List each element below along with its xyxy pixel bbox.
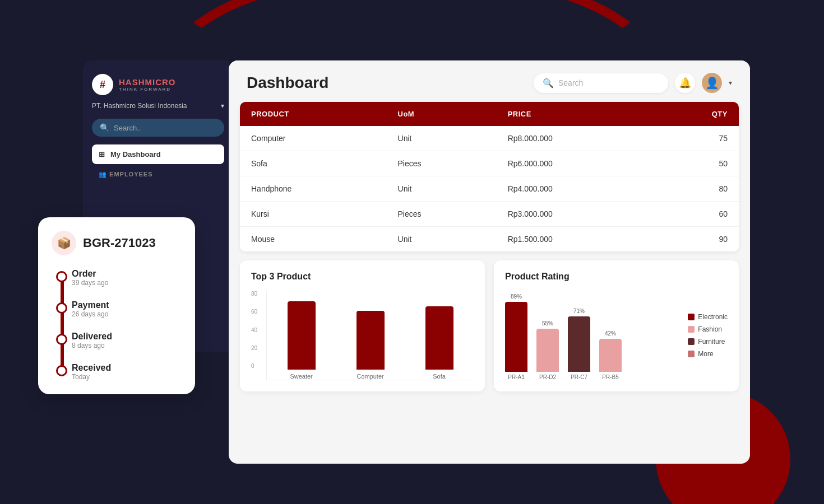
chevron-down-icon: ▾ bbox=[729, 79, 732, 87]
y-axis: 0 20 40 60 80 bbox=[251, 291, 257, 380]
timeline-dot bbox=[56, 271, 67, 282]
col-price: PRICE bbox=[508, 110, 655, 118]
cell-uom: Unit bbox=[398, 134, 508, 143]
legend-item: Fashion bbox=[688, 325, 728, 333]
header-search-box[interactable]: 🔍 bbox=[534, 73, 668, 93]
rating-pct: 55% bbox=[542, 320, 553, 326]
package-icon: 📦 bbox=[57, 236, 71, 250]
cell-uom: Unit bbox=[398, 235, 508, 244]
legend-item: Furniture bbox=[688, 338, 728, 346]
rating-bar bbox=[536, 329, 559, 372]
y-label-80: 80 bbox=[251, 291, 257, 297]
step-time: 8 days ago bbox=[72, 342, 182, 349]
avatar-button[interactable]: 👤 bbox=[702, 73, 722, 93]
legend-label: Furniture bbox=[698, 338, 725, 346]
bar-label: Computer bbox=[357, 373, 383, 380]
cell-price: Rp4.000.000 bbox=[508, 184, 655, 193]
rating-chart-area: 89% PR-A1 55% PR-D2 71% PR-C7 42% PR-B5 … bbox=[505, 291, 728, 380]
top3-chart-card: Top 3 Product 0 20 40 60 80 Sweater Comp… bbox=[240, 260, 485, 391]
cell-product: Kursi bbox=[251, 209, 398, 218]
y-label-40: 40 bbox=[251, 327, 257, 333]
legend-dot bbox=[688, 314, 695, 320]
bar-label: Sweater bbox=[290, 373, 312, 380]
cell-qty: 90 bbox=[654, 235, 728, 244]
col-uom: UoM bbox=[398, 110, 508, 118]
table-row: Handphone Unit Rp4.000.000 80 bbox=[240, 176, 739, 202]
main-panel: Dashboard 🔍 🔔 👤 ▾ PRODUCT UoM PRICE QTY … bbox=[229, 60, 750, 464]
header-right: 🔍 🔔 👤 ▾ bbox=[534, 73, 732, 93]
step-time: 39 days ago bbox=[72, 279, 182, 287]
y-label-0: 0 bbox=[251, 363, 257, 369]
cell-qty: 80 bbox=[654, 184, 728, 193]
top3-chart-area: 0 20 40 60 80 Sweater Computer Sofa bbox=[251, 291, 474, 380]
legend-dot bbox=[688, 326, 695, 333]
cell-qty: 75 bbox=[654, 134, 728, 143]
table-row: Kursi Pieces Rp3.000.000 60 bbox=[240, 202, 739, 227]
charts-area: Top 3 Product 0 20 40 60 80 Sweater Comp… bbox=[240, 260, 739, 391]
bar-group: Computer bbox=[340, 291, 400, 380]
cell-price: Rp1.500.000 bbox=[508, 235, 655, 244]
rating-legend: Electronic Fashion Furniture More bbox=[688, 291, 728, 380]
rating-bar bbox=[599, 339, 622, 372]
cell-uom: Pieces bbox=[398, 159, 508, 168]
chevron-down-icon: ▾ bbox=[221, 102, 224, 110]
order-card: 📦 BGR-271023 Order 39 days ago Payment 2… bbox=[38, 217, 195, 394]
bar-group: Sofa bbox=[409, 291, 469, 380]
legend-item: More bbox=[688, 350, 728, 358]
cell-product: Handphone bbox=[251, 184, 398, 193]
legend-item: Electronic bbox=[688, 313, 728, 321]
sidebar-item-dashboard[interactable]: ⊞ My Dashboard bbox=[92, 144, 224, 164]
sidebar-search-input[interactable] bbox=[114, 124, 216, 132]
cell-price: Rp3.000.000 bbox=[508, 209, 655, 218]
company-name: PT. Hashmicro Solusi Indonesia bbox=[92, 102, 187, 110]
cell-product: Mouse bbox=[251, 235, 398, 244]
employees-icon: 👥 bbox=[99, 171, 107, 178]
company-selector[interactable]: PT. Hashmicro Solusi Indonesia ▾ bbox=[92, 102, 224, 110]
rating-pct: 71% bbox=[573, 308, 585, 314]
table-header: PRODUCT UoM PRICE QTY bbox=[240, 102, 739, 126]
logo-text: HASHMICRO THINK FORWARD bbox=[119, 77, 176, 92]
product-table: PRODUCT UoM PRICE QTY Computer Unit Rp8.… bbox=[240, 102, 739, 251]
logo-tagline: THINK FORWARD bbox=[119, 87, 176, 92]
rating-chart-title: Product Rating bbox=[505, 272, 728, 282]
step-time: Today bbox=[72, 373, 182, 381]
bar-label: Sofa bbox=[433, 373, 446, 380]
step-title: Order bbox=[72, 269, 182, 279]
rating-bar bbox=[568, 316, 590, 372]
timeline-step: Received Today bbox=[72, 363, 182, 381]
sidebar-search-box[interactable]: 🔍 bbox=[92, 119, 224, 137]
timeline-dot bbox=[56, 365, 67, 376]
cell-product: Sofa bbox=[251, 159, 398, 168]
legend-dot bbox=[688, 351, 695, 357]
main-header: Dashboard 🔍 🔔 👤 ▾ bbox=[229, 60, 750, 102]
cell-price: Rp6.000.000 bbox=[508, 159, 655, 168]
timeline-step: Payment 26 days ago bbox=[72, 300, 182, 318]
rating-bar-label: PR-D2 bbox=[539, 374, 556, 380]
step-title: Payment bbox=[72, 300, 182, 310]
col-product: PRODUCT bbox=[251, 110, 398, 118]
logo-brand-name: HASHMICRO bbox=[119, 77, 176, 87]
legend-label: Electronic bbox=[698, 313, 728, 321]
rating-bars: 89% PR-A1 55% PR-D2 71% PR-C7 42% PR-B5 bbox=[505, 291, 679, 380]
notification-button[interactable]: 🔔 bbox=[675, 73, 695, 93]
search-icon: 🔍 bbox=[543, 78, 554, 88]
step-time: 26 days ago bbox=[72, 310, 182, 318]
top3-chart-title: Top 3 Product bbox=[251, 272, 474, 282]
rating-bar-group: 89% PR-A1 bbox=[505, 291, 527, 380]
cell-qty: 60 bbox=[654, 209, 728, 218]
table-body: Computer Unit Rp8.000.000 75 Sofa Pieces… bbox=[240, 126, 739, 251]
y-label-20: 20 bbox=[251, 345, 257, 351]
logo-icon: # bbox=[92, 74, 113, 95]
page-title: Dashboard bbox=[247, 74, 328, 92]
bar bbox=[425, 306, 453, 370]
rating-bar-group: 42% PR-B5 bbox=[599, 291, 622, 380]
col-qty: QTY bbox=[654, 110, 728, 118]
timeline-step: Order 39 days ago bbox=[72, 269, 182, 287]
sidebar-section-employees: 👥 EMPLOYEES bbox=[92, 166, 224, 180]
header-search-input[interactable] bbox=[558, 78, 659, 87]
rating-pct: 89% bbox=[511, 293, 522, 300]
bars-container: Sweater Computer Sofa bbox=[266, 291, 474, 380]
bell-icon: 🔔 bbox=[679, 77, 691, 89]
legend-dot bbox=[688, 338, 695, 345]
legend-label: More bbox=[698, 350, 713, 358]
